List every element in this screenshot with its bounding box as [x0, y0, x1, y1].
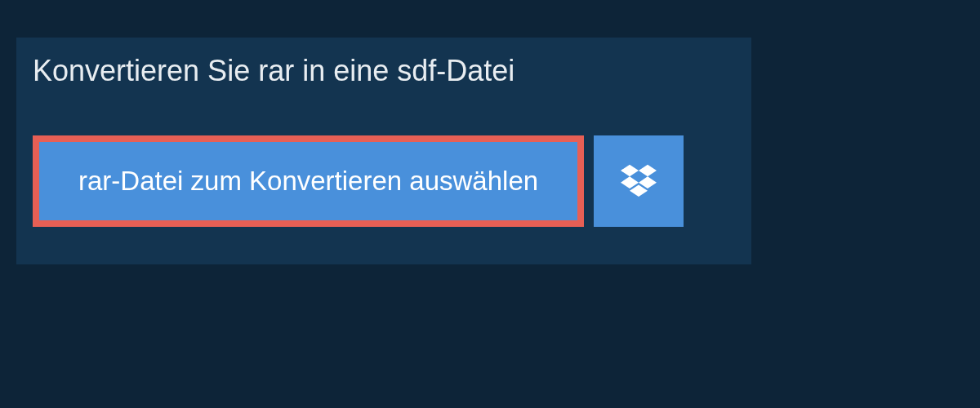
select-file-button[interactable]: rar-Datei zum Konvertieren auswählen — [39, 142, 577, 220]
dropbox-button[interactable] — [594, 135, 684, 227]
page-title: Konvertieren Sie rar in eine sdf-Datei — [33, 54, 514, 88]
converter-panel: Konvertieren Sie rar in eine sdf-Datei r… — [16, 38, 751, 264]
title-bar: Konvertieren Sie rar in eine sdf-Datei — [16, 38, 541, 104]
select-file-highlight: rar-Datei zum Konvertieren auswählen — [33, 135, 584, 227]
dropbox-icon — [621, 162, 657, 201]
button-row: rar-Datei zum Konvertieren auswählen — [33, 135, 684, 227]
